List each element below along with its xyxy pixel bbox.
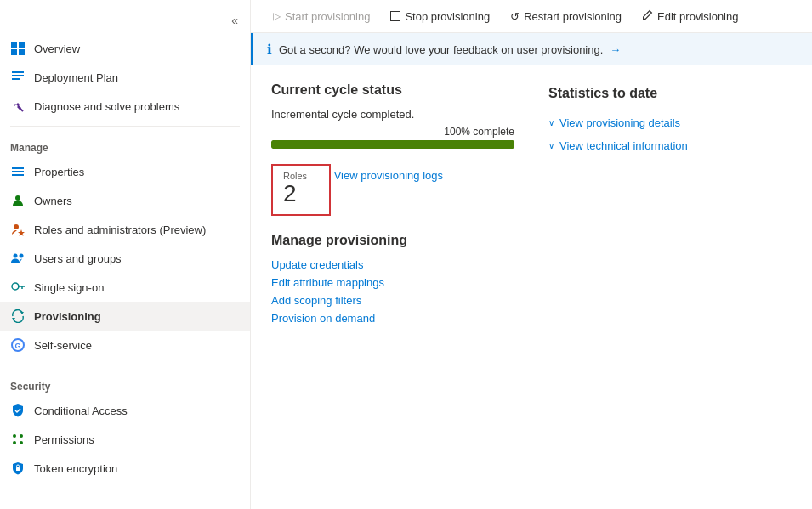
sync-icon <box>10 308 26 324</box>
sidebar-item-sso-label: Single sign-on <box>34 281 104 294</box>
svg-rect-8 <box>12 167 24 169</box>
sidebar-item-permissions-label: Permissions <box>34 433 94 446</box>
edit-icon <box>642 9 653 23</box>
svg-rect-0 <box>11 42 17 48</box>
key-icon <box>10 280 26 295</box>
manage-provisioning-title: Manage provisioning <box>271 233 792 248</box>
view-provisioning-logs-link[interactable]: View provisioning logs <box>334 169 443 182</box>
shield-check-icon <box>10 403 26 418</box>
chevron-down-icon-2: ∨ <box>548 141 554 150</box>
svg-point-15 <box>20 254 24 258</box>
view-provisioning-details-label: View provisioning details <box>559 116 680 129</box>
sidebar-item-self-service[interactable]: G Self-service <box>0 331 250 359</box>
sidebar-item-overview-label: Overview <box>34 42 80 55</box>
bars-icon <box>10 164 26 179</box>
people-icon <box>10 251 26 266</box>
restart-provisioning-label: Restart provisioning <box>524 10 622 23</box>
role-card-value: 2 <box>283 181 319 207</box>
svg-point-12 <box>14 224 19 229</box>
banner-link[interactable]: → <box>610 43 621 56</box>
cycle-status-text: Incremental cycle completed. <box>271 108 514 121</box>
progress-bar-background <box>271 140 514 149</box>
svg-rect-6 <box>12 78 20 80</box>
sidebar-item-sso[interactable]: Single sign-on <box>0 273 250 302</box>
status-area: Current cycle status Incremental cycle c… <box>251 65 812 233</box>
svg-rect-1 <box>19 42 25 48</box>
role-card: Roles 2 <box>271 164 331 216</box>
sidebar-item-owners-label: Owners <box>34 195 72 207</box>
sidebar-item-users-groups[interactable]: Users and groups <box>0 244 250 273</box>
sidebar-item-diagnose[interactable]: Diagnose and solve problems <box>0 92 250 121</box>
progress-bar-fill <box>271 140 514 149</box>
statistics-section: Statistics to date ∨ View provisioning d… <box>548 82 792 216</box>
add-scoping-filters-link[interactable]: Add scoping filters <box>271 294 792 307</box>
book-icon <box>10 70 26 85</box>
info-banner: ℹ Got a second? We would love your feedb… <box>251 33 812 65</box>
svg-point-11 <box>15 195 20 201</box>
divider-manage <box>10 126 240 127</box>
current-cycle-section: Current cycle status Incremental cycle c… <box>271 82 514 216</box>
svg-point-23 <box>13 441 16 444</box>
restart-provisioning-button[interactable]: ↺ Restart provisioning <box>502 6 630 27</box>
sidebar-item-properties[interactable]: Properties <box>0 157 250 186</box>
stop-icon <box>390 11 400 21</box>
svg-rect-10 <box>12 174 24 176</box>
svg-rect-3 <box>19 49 25 55</box>
tools-icon <box>10 99 26 114</box>
statistics-title: Statistics to date <box>548 86 792 101</box>
svg-marker-18 <box>20 312 24 314</box>
start-provisioning-label: Start provisioning <box>285 10 370 23</box>
sidebar-item-permissions[interactable]: Permissions <box>0 425 250 454</box>
sidebar-item-overview[interactable]: Overview <box>0 34 250 63</box>
restart-icon: ↺ <box>510 10 520 23</box>
svg-rect-9 <box>12 171 24 172</box>
svg-point-21 <box>13 434 16 438</box>
progress-label: 100% complete <box>271 126 514 138</box>
sidebar-item-users-groups-label: Users and groups <box>34 252 122 265</box>
svg-point-22 <box>20 434 23 438</box>
edit-attribute-mappings-link[interactable]: Edit attribute mappings <box>271 276 792 289</box>
view-technical-info-link[interactable]: ∨ View technical information <box>548 134 792 157</box>
start-provisioning-button[interactable]: ▷ Start provisioning <box>264 6 378 27</box>
sidebar-item-provisioning[interactable]: Provisioning <box>0 302 250 331</box>
view-technical-info-label: View technical information <box>559 139 688 152</box>
sidebar-item-self-service-label: Self-service <box>34 339 92 352</box>
current-cycle-title: Current cycle status <box>271 82 514 98</box>
chevron-down-icon: ∨ <box>548 118 554 127</box>
svg-point-16 <box>12 283 19 290</box>
sidebar-item-token-encryption-label: Token encryption <box>34 462 117 475</box>
svg-rect-2 <box>11 49 17 55</box>
view-provisioning-details-link[interactable]: ∨ View provisioning details <box>548 111 792 134</box>
sidebar-item-provisioning-label: Provisioning <box>34 310 101 323</box>
svg-text:G: G <box>14 342 20 350</box>
person-icon <box>10 193 26 208</box>
g-circle-icon: G <box>10 337 26 353</box>
update-credentials-link[interactable]: Update credentials <box>271 258 792 271</box>
sidebar-item-conditional-access[interactable]: Conditional Access <box>0 396 250 425</box>
divider-security <box>10 365 240 365</box>
shield-lock-icon <box>10 461 26 476</box>
sidebar-item-diagnose-label: Diagnose and solve problems <box>34 100 179 113</box>
sidebar-item-owners[interactable]: Owners <box>0 186 250 215</box>
sidebar-collapse-button[interactable]: « <box>226 10 243 31</box>
manage-provisioning-section: Manage provisioning Update credentials E… <box>251 233 812 342</box>
banner-text: Got a second? We would love your feedbac… <box>279 43 603 56</box>
provision-on-demand-link[interactable]: Provision on demand <box>271 312 792 325</box>
sidebar-item-token-encryption[interactable]: Token encryption <box>0 454 250 483</box>
sidebar: « Overview Deployment Plan Diagnose and … <box>0 0 251 509</box>
manage-section-label: Manage <box>0 132 250 157</box>
sidebar-item-deployment-label: Deployment Plan <box>34 71 118 84</box>
edit-provisioning-label: Edit provisioning <box>657 10 738 23</box>
sidebar-item-roles[interactable]: Roles and administrators (Preview) <box>0 215 250 244</box>
svg-rect-5 <box>12 75 24 76</box>
security-section-label: Security <box>0 370 250 396</box>
stop-provisioning-button[interactable]: Stop provisioning <box>382 6 498 27</box>
info-icon: ℹ <box>267 42 272 57</box>
person-star-icon <box>10 222 26 237</box>
edit-provisioning-button[interactable]: Edit provisioning <box>633 5 747 27</box>
sidebar-item-conditional-access-label: Conditional Access <box>34 404 128 417</box>
toolbar: ▷ Start provisioning Stop provisioning ↺… <box>251 0 812 33</box>
main-content: ▷ Start provisioning Stop provisioning ↺… <box>251 0 812 509</box>
stop-provisioning-label: Stop provisioning <box>405 10 490 23</box>
sidebar-item-deployment-plan[interactable]: Deployment Plan <box>0 63 250 92</box>
